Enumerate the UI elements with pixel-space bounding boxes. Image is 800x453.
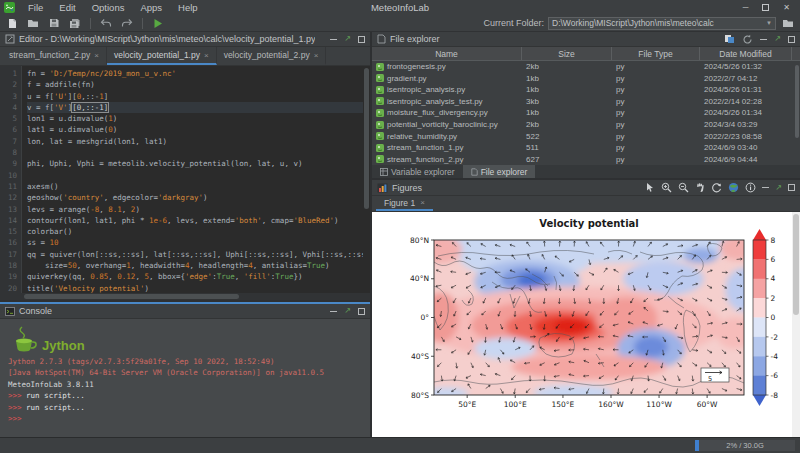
current-folder-combobox[interactable]: D:\Working\MIScript\Jython\mis\meteo\cal… (548, 17, 776, 30)
file-date: 2024/3/4 03:29 (700, 120, 792, 129)
tab-variable-explorer[interactable]: Variable explorer (372, 165, 463, 178)
figure-scrollbar[interactable] (792, 212, 800, 437)
colorbar-tick-label: 2 (771, 294, 776, 303)
console-float-icon[interactable]: ↗ (344, 307, 351, 315)
info-tool-icon[interactable] (745, 182, 756, 193)
file-row[interactable]: isentropic_analysis.py1kbpy2024/5/26 01:… (372, 84, 800, 96)
pointer-tool-icon[interactable] (645, 182, 655, 193)
menu-options[interactable]: Options (85, 2, 132, 13)
file-explorer-minimize-icon[interactable] (760, 39, 767, 40)
colorbar-tick-label: -2 (771, 333, 779, 342)
figures-header: Figures ↗ (372, 180, 800, 196)
zoom-in-tool-icon[interactable] (661, 182, 672, 193)
new-file-button[interactable] (4, 16, 20, 30)
editor-minimize-icon[interactable] (330, 39, 337, 40)
run-script-button[interactable] (150, 16, 166, 30)
editor-maximize-icon[interactable] (358, 36, 365, 43)
file-row[interactable]: relative_humidity.py522py2022/2/23 08:58 (372, 130, 800, 142)
code-line: quiverkey(qq, 0.85, 0.12, 5, bbox={'edge… (27, 271, 370, 282)
tab-close-icon[interactable]: × (204, 51, 209, 60)
figures-maximize-icon[interactable] (788, 184, 795, 191)
rotate-tool-icon[interactable] (711, 182, 722, 193)
file-row[interactable]: frontogenesis.py2kbpy2024/5/26 01:32 (372, 61, 800, 73)
file-name: gradient.py (372, 74, 522, 83)
console-line: >>> (8, 413, 362, 424)
memory-usage-fill (695, 440, 699, 451)
colorbar-band (753, 318, 766, 338)
file-row[interactable]: potential_vorticity_baroclinic.py2kbpy20… (372, 119, 800, 131)
colorbar-tick-label: -6 (771, 371, 779, 380)
column-header-file-type[interactable]: File Type (612, 47, 700, 60)
pan-tool-icon[interactable] (695, 182, 705, 193)
figures-float-icon[interactable]: ↗ (775, 184, 782, 192)
zoom-out-tool-icon[interactable] (678, 182, 689, 193)
column-header-name[interactable]: Name (372, 47, 522, 60)
redo-button[interactable] (119, 16, 135, 30)
code-line: ss = 10 (27, 237, 370, 248)
editor-horizontal-scrollbar[interactable] (0, 293, 370, 300)
file-date: 2024/5/26 01:31 (700, 85, 792, 94)
main-area: Editor - D:\Working\MIScript\Jython\mis\… (0, 32, 800, 437)
memory-indicator[interactable]: 2% / 30.0G (695, 440, 795, 451)
meteoinfolab-window: FileEditOptionsAppsHelp MeteoInfoLab ─ ✕ (0, 0, 800, 453)
column-header-date-modified[interactable]: Date Modified (700, 47, 792, 60)
file-row[interactable]: stream_function_1.py511py2024/6/9 03:40 (372, 142, 800, 154)
editor-vertical-scrollbar[interactable] (363, 66, 370, 293)
console-output[interactable]: Jython Jython 2.7.3 (tags/v2.7.3:5f29a01… (0, 319, 370, 437)
file-explorer-scrollbar[interactable] (794, 61, 800, 165)
jython-wordmark: Jython (42, 338, 85, 353)
console-title: Console (19, 306, 52, 316)
menu-edit[interactable]: Edit (52, 2, 82, 13)
file-explorer-float-icon[interactable]: ↗ (774, 35, 781, 43)
menu-file[interactable]: File (21, 2, 50, 13)
menu-apps[interactable]: Apps (133, 2, 169, 13)
code-line: colorbar() (27, 226, 370, 237)
console-minimize-icon[interactable] (330, 311, 337, 312)
tab-close-icon[interactable]: × (314, 51, 319, 60)
editor-float-icon[interactable]: ↗ (344, 35, 351, 43)
code-editor[interactable]: 1234567891011121314151617181920 fn = 'D:… (0, 66, 370, 293)
code-line: title('Velocity potential') (27, 283, 370, 293)
undo-button[interactable] (98, 16, 114, 30)
editor-tab-velocity_potential_1.py[interactable]: velocity_potential_1.py× (107, 47, 217, 65)
open-folder-button[interactable] (25, 16, 41, 30)
figure-tab-close-icon[interactable]: × (420, 198, 425, 207)
globe-tool-icon[interactable] (728, 182, 739, 193)
save-button[interactable] (46, 16, 62, 30)
code-line: qq = quiver(lon[::ss,::ss], lat[::ss,::s… (27, 249, 370, 260)
editor-title: Editor - D:\Working\MIScript\Jython\mis\… (19, 34, 315, 44)
file-row[interactable]: isentropic_analysis_test.py3kbpy2022/2/1… (372, 96, 800, 108)
figures-title: Figures (392, 183, 422, 193)
save-all-button[interactable] (67, 16, 83, 30)
tab-close-icon[interactable]: × (94, 51, 99, 60)
file-row[interactable]: moisture_flux_divergency.py1kbpy2024/5/2… (372, 107, 800, 119)
file-name: stream_function_1.py (372, 143, 522, 152)
console-maximize-icon[interactable] (358, 308, 365, 315)
browse-folder-button[interactable] (780, 16, 796, 30)
figure-canvas[interactable]: Velocity potential50°E100°E150°E160°W110… (372, 212, 800, 437)
code-line: lat1 = u.dimvalue(0) (27, 124, 370, 135)
file-explorer-maximize-icon[interactable] (788, 36, 795, 43)
menu-help[interactable]: Help (171, 2, 205, 13)
file-row[interactable]: gradient.py1kbpy2022/2/7 04:12 (372, 73, 800, 85)
code-line: size=50, overhang=1, headwidth=4, headle… (27, 260, 370, 271)
figures-minimize-icon[interactable] (762, 187, 769, 188)
colorbar-tick-label: -4 (771, 352, 779, 361)
file-name: moisture_flux_divergency.py (372, 108, 522, 117)
window-maximize-button[interactable] (762, 4, 769, 11)
y-tick-label: 0° (420, 313, 429, 322)
column-header-size[interactable]: Size (522, 47, 612, 60)
refresh-icon[interactable] (742, 34, 753, 45)
colorbar-band (753, 356, 766, 376)
python-file-icon (376, 74, 384, 82)
tab-file-explorer[interactable]: File explorer (463, 165, 536, 178)
window-close-button[interactable]: ✕ (783, 4, 790, 12)
code-text[interactable]: fn = 'D:/Temp/nc/2019_mon_u_v.nc'f = add… (22, 66, 370, 293)
file-row[interactable]: stream_function_2.py627py2024/6/9 04:44 (372, 153, 800, 165)
editor-tab-stream_function_2.py[interactable]: stream_function_2.py× (2, 47, 107, 65)
copy-path-icon[interactable] (724, 34, 735, 44)
window-minimize-button[interactable]: ─ (743, 4, 749, 12)
tab-figure-1[interactable]: Figure 1 × (376, 196, 433, 211)
editor-tab-velocity_potential_2.py[interactable]: velocity_potential_2.py× (217, 47, 327, 65)
y-tick-label: 80°S (411, 391, 429, 400)
